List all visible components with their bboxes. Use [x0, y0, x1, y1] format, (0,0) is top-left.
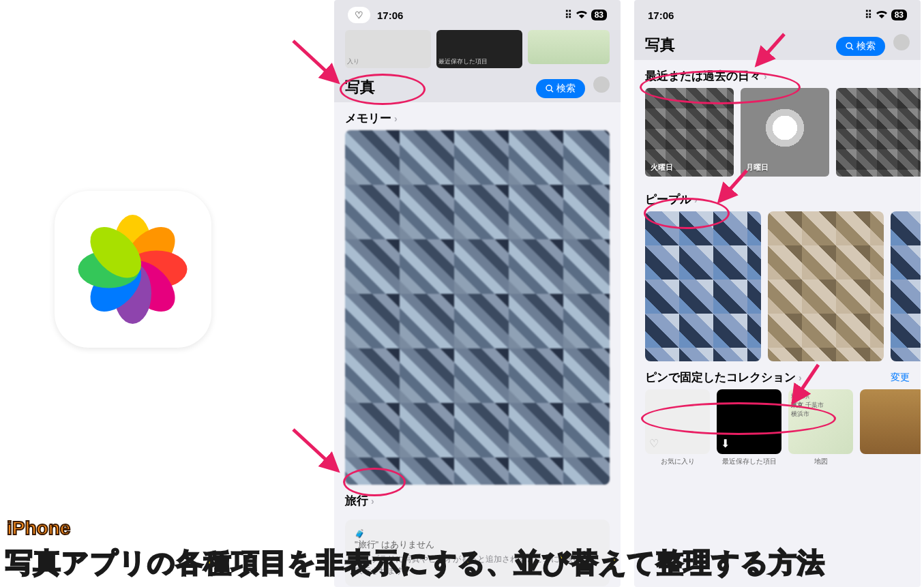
photos-app-icon — [55, 191, 211, 348]
chevron-right-icon: › — [394, 113, 398, 124]
phone-screenshot-left: ♡ 17:06 ⠿ 83 入り 最近保存した項目 写真 検索 メモリー› 旅行› — [334, 0, 621, 587]
signal-icon: ⠿ — [565, 9, 572, 21]
heart-icon: ♡ — [649, 437, 659, 450]
battery-indicator: 83 — [591, 10, 607, 20]
chevron-right-icon: › — [799, 372, 802, 383]
chevron-right-icon: › — [694, 194, 698, 205]
caption-line2: 写真アプリの各種項目を非表示にする、並び替えて整理する方法 — [5, 544, 825, 582]
phone-screenshot-right: 17:06 ⠿ 83 写真 検索 最近または過去の日々› 火曜日 月曜日 ピープ… — [634, 0, 921, 587]
app-title: 写真 — [345, 77, 375, 97]
person-thumb[interactable] — [768, 211, 884, 361]
search-button[interactable]: 検索 — [536, 79, 585, 98]
search-icon — [846, 42, 854, 50]
memory-photo-blurred[interactable] — [345, 130, 610, 485]
app-title: 写真 — [645, 35, 675, 55]
status-bar: ♡ 17:06 ⠿ 83 — [334, 0, 621, 30]
section-recent-days[interactable]: 最近または過去の日々› — [634, 60, 921, 88]
search-button[interactable]: 検索 — [836, 37, 885, 56]
person-thumb[interactable] — [645, 211, 761, 361]
status-time: 17:06 — [648, 10, 674, 21]
profile-avatar[interactable] — [593, 76, 610, 93]
section-pinned[interactable]: ピンで固定したコレクション› 変更 — [634, 361, 921, 389]
day-thumb-tuesday[interactable]: 火曜日 — [645, 88, 734, 177]
status-bar: 17:06 ⠿ 83 — [634, 0, 921, 30]
battery-indicator: 83 — [891, 10, 907, 20]
day-thumb-monday[interactable]: 月曜日 — [741, 88, 829, 177]
section-trips[interactable]: 旅行› — [334, 485, 621, 513]
svg-line-4 — [293, 41, 338, 82]
profile-avatar[interactable] — [893, 34, 910, 50]
pin-recent-saved[interactable]: ⬇ 最近保存した項目 — [717, 389, 781, 466]
download-icon: ⬇ — [721, 437, 730, 450]
svg-point-0 — [546, 85, 552, 91]
caption-line1: iPhone — [7, 517, 70, 539]
pin-item[interactable] — [860, 389, 921, 466]
svg-line-1 — [551, 90, 553, 92]
svg-line-3 — [851, 48, 853, 50]
day-thumb[interactable] — [836, 88, 921, 177]
app-header: 写真 検索 — [334, 72, 621, 102]
chevron-right-icon: › — [764, 71, 767, 82]
search-icon — [546, 85, 554, 93]
suitcase-icon: 🧳 — [355, 529, 600, 539]
section-memories[interactable]: メモリー› — [334, 102, 621, 130]
signal-icon: ⠿ — [865, 9, 872, 21]
change-link[interactable]: 変更 — [891, 372, 910, 384]
status-time: 17:06 — [377, 10, 403, 21]
svg-line-5 — [293, 430, 338, 470]
chevron-right-icon: › — [371, 496, 374, 507]
person-thumb[interactable] — [891, 211, 921, 361]
pin-map[interactable]: 埼玉県 東京 千葉市 横浜市 地図 — [788, 389, 853, 466]
svg-point-2 — [846, 43, 852, 48]
heart-widget: ♡ — [348, 7, 370, 23]
section-people[interactable]: ピープル› — [634, 183, 921, 211]
wifi-icon — [576, 10, 587, 21]
pin-favorites[interactable]: ♡ お気に入り — [645, 389, 710, 466]
app-header: 写真 検索 — [634, 30, 921, 60]
wifi-icon — [876, 10, 887, 21]
